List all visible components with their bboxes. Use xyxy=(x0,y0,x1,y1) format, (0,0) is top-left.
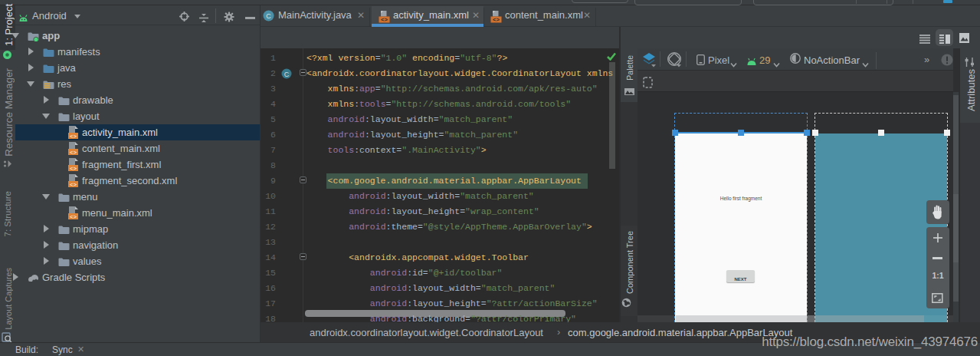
svg-text:C: C xyxy=(266,12,271,20)
svg-text:<>: <> xyxy=(70,214,77,220)
svg-text:<>: <> xyxy=(381,17,388,23)
svg-text:<>: <> xyxy=(493,17,500,23)
svg-text:<>: <> xyxy=(70,166,77,172)
svg-text:<>: <> xyxy=(70,150,77,156)
svg-text:C: C xyxy=(284,71,290,78)
svg-text:<>: <> xyxy=(70,182,77,188)
svg-text:<>: <> xyxy=(70,134,77,140)
